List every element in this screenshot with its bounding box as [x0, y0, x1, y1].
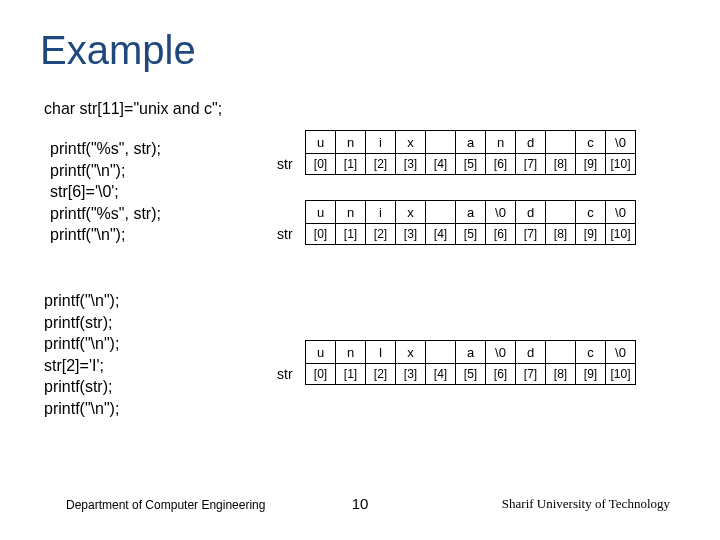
mem-cell-value: u	[306, 201, 336, 224]
memory-table-1: str unixandc\0 [0][1][2][3][4][5][6][7][…	[305, 130, 636, 175]
mem-cell-value: \0	[606, 201, 636, 224]
mem-cell-value: x	[396, 201, 426, 224]
declaration-line: char str[11]="unix and c";	[44, 100, 222, 118]
mem-cell-value: c	[576, 341, 606, 364]
footer-university: Sharif University of Technology	[502, 496, 670, 512]
mem-cell-value: a	[456, 131, 486, 154]
mem-cell-index: [2]	[366, 154, 396, 175]
memory-table-2: str unixa\0dc\0 [0][1][2][3][4][5][6][7]…	[305, 200, 636, 245]
mem-cell-index: [8]	[546, 224, 576, 245]
mem-cell-value: \0	[606, 131, 636, 154]
mem-cell-value	[426, 201, 456, 224]
mem-cell-value: I	[366, 341, 396, 364]
slide-title: Example	[40, 28, 196, 73]
mem-cell-index: [5]	[456, 364, 486, 385]
mem-cell-value: d	[516, 341, 546, 364]
mem-cell-index: [9]	[576, 364, 606, 385]
mem-cell-index: [8]	[546, 154, 576, 175]
mem-cell-value	[546, 201, 576, 224]
mem-cell-index: [10]	[606, 364, 636, 385]
mem-cell-index: [6]	[486, 364, 516, 385]
mem-cell-value: c	[576, 131, 606, 154]
mem-cell-index: [0]	[306, 154, 336, 175]
mem-cell-index: [7]	[516, 224, 546, 245]
mem-cell-index: [8]	[546, 364, 576, 385]
mem-cell-index: [2]	[366, 224, 396, 245]
mem-cell-index: [7]	[516, 154, 546, 175]
mem-cell-value: n	[486, 131, 516, 154]
mem-cell-index: [5]	[456, 154, 486, 175]
mem-cell-index: [10]	[606, 224, 636, 245]
mem-cell-value: i	[366, 131, 396, 154]
mem-cell-value: n	[336, 201, 366, 224]
mem-cell-index: [5]	[456, 224, 486, 245]
array-label: str	[277, 156, 293, 172]
mem-cell-value: a	[456, 201, 486, 224]
mem-cell-index: [9]	[576, 154, 606, 175]
mem-cell-value: u	[306, 131, 336, 154]
mem-cell-value: d	[516, 201, 546, 224]
mem-cell-index: [7]	[516, 364, 546, 385]
mem-cell-value: n	[336, 131, 366, 154]
mem-cell-value	[426, 341, 456, 364]
mem-cell-value: \0	[486, 341, 516, 364]
mem-cell-value: c	[576, 201, 606, 224]
mem-cell-value: a	[456, 341, 486, 364]
mem-cell-index: [3]	[396, 154, 426, 175]
mem-cell-index: [4]	[426, 154, 456, 175]
mem-cell-index: [6]	[486, 224, 516, 245]
mem-cell-index: [4]	[426, 224, 456, 245]
mem-cell-index: [2]	[366, 364, 396, 385]
mem-cell-index: [0]	[306, 364, 336, 385]
array-label: str	[277, 226, 293, 242]
mem-cell-value: n	[336, 341, 366, 364]
mem-cell-value: i	[366, 201, 396, 224]
mem-cell-index: [6]	[486, 154, 516, 175]
mem-cell-value: d	[516, 131, 546, 154]
code-block-2: printf("\n"); printf(str); printf("\n");…	[44, 290, 119, 420]
mem-cell-index: [3]	[396, 364, 426, 385]
mem-cell-value: x	[396, 341, 426, 364]
mem-cell-value: \0	[606, 341, 636, 364]
memory-table-3: str unIxa\0dc\0 [0][1][2][3][4][5][6][7]…	[305, 340, 636, 385]
mem-cell-index: [1]	[336, 224, 366, 245]
mem-cell-index: [3]	[396, 224, 426, 245]
mem-cell-index: [4]	[426, 364, 456, 385]
mem-cell-value	[426, 131, 456, 154]
code-block-1: printf("%s", str); printf("\n"); str[6]=…	[50, 138, 161, 246]
mem-cell-index: [1]	[336, 364, 366, 385]
mem-cell-value	[546, 131, 576, 154]
mem-cell-value: \0	[486, 201, 516, 224]
array-label: str	[277, 366, 293, 382]
mem-cell-value: u	[306, 341, 336, 364]
mem-cell-value: x	[396, 131, 426, 154]
mem-cell-index: [1]	[336, 154, 366, 175]
mem-cell-index: [9]	[576, 224, 606, 245]
mem-cell-value	[546, 341, 576, 364]
mem-cell-index: [0]	[306, 224, 336, 245]
mem-cell-index: [10]	[606, 154, 636, 175]
